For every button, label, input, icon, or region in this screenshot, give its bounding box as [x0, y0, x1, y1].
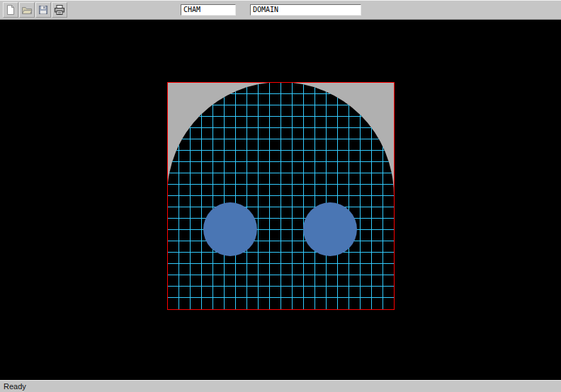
print-button[interactable] [52, 2, 67, 18]
mesh-scene [0, 20, 561, 380]
cham-field[interactable]: CHAM [181, 4, 236, 16]
open-folder-icon [21, 4, 33, 16]
application-window: CHAM DOMAIN Ready [0, 0, 561, 392]
new-file-button[interactable] [3, 2, 18, 18]
status-bar: Ready [0, 380, 561, 392]
print-icon [54, 4, 65, 16]
save-icon [38, 4, 49, 16]
open-file-button[interactable] [19, 2, 35, 18]
save-button[interactable] [35, 2, 51, 18]
domain-field[interactable]: DOMAIN [250, 4, 361, 16]
domain-field-value: DOMAIN [253, 6, 278, 13]
status-text: Ready [4, 382, 26, 391]
new-document-icon [5, 4, 16, 16]
viewport-canvas[interactable] [0, 20, 561, 380]
cham-field-value: CHAM [183, 6, 200, 13]
toolbar: CHAM DOMAIN [0, 0, 561, 20]
